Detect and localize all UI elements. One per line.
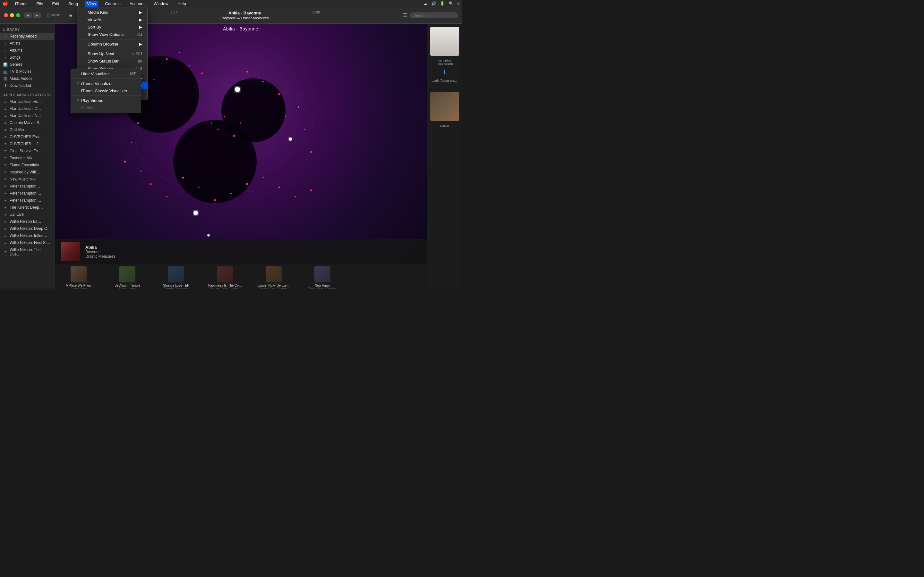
genres-icon: 📊: [3, 62, 8, 67]
menu-item-itunes-visualizer[interactable]: ✓ iTunes Visualizer: [71, 80, 141, 87]
rewind-button[interactable]: ⏮: [68, 13, 73, 18]
back-button[interactable]: ◀: [24, 13, 32, 18]
menu-window[interactable]: Window: [152, 1, 170, 7]
menu-item-play-videos[interactable]: ✓ Play Videos: [71, 97, 141, 104]
songs-label: Songs: [10, 55, 21, 60]
svg-point-17: [201, 73, 203, 74]
menu-item-media-kind[interactable]: Media Kind ▶: [78, 9, 147, 16]
hamburger-icon[interactable]: ≡: [457, 1, 459, 6]
album-card-5[interactable]: Louder Now [Deluxe… Taking Back Sunday: [250, 264, 298, 288]
sidebar-item-peter-frampton-3[interactable]: ≡Peter Frampton:…: [0, 197, 54, 204]
menu-view[interactable]: View: [85, 1, 98, 7]
sidebar-item-flume[interactable]: ≡Flume Essentials: [0, 161, 54, 169]
sidebar-item-willie-nelson-deep[interactable]: ≡Willie Nelson: Deep C…: [0, 225, 54, 232]
menu-item-sort-by[interactable]: Sort By ▶: [78, 23, 147, 31]
search-input[interactable]: [410, 13, 458, 18]
album-info-4: Happiness Is: The Co… Taking Back Sunday: [208, 284, 242, 288]
artists-label: Artists: [10, 41, 20, 45]
menu-song[interactable]: Song: [66, 1, 80, 7]
menu-item-itunes-classic-visualizer[interactable]: iTunes Classic Visualizer: [71, 87, 141, 95]
close-button[interactable]: [4, 13, 8, 17]
sidebar-item-alan-jackson-d[interactable]: ≡Alan Jackson: D…: [0, 105, 54, 112]
sidebar: Library ♪ Recently Added ♪ Artists ♪ Alb…: [0, 24, 55, 288]
menu-edit[interactable]: Edit: [50, 1, 61, 7]
menu-item-options[interactable]: Options…: [71, 104, 141, 111]
tv-movies-icon: 📺: [3, 69, 8, 74]
sidebar-item-willie-nelson-infl[interactable]: ≡Willie Nelson: Influe…: [0, 232, 54, 239]
itunes-visualizer-label: iTunes Visualizer: [81, 81, 113, 86]
library-label: 🎵 Music: [45, 13, 62, 17]
menu-help[interactable]: Help: [176, 1, 188, 7]
album-card-1[interactable]: A Place We Knew Dean Lewis: [55, 264, 103, 288]
sidebar-item-favorites-mix[interactable]: ≡Favorites Mix: [0, 155, 54, 161]
list-view-icon[interactable]: ☰: [403, 12, 407, 18]
playlist-icon-9: ≡: [3, 156, 8, 160]
svg-point-36: [230, 193, 232, 194]
sidebar-item-u2-live[interactable]: ≡U2: Live: [0, 211, 54, 218]
playlists-section-title: Apple Music Playlists: [0, 89, 54, 98]
visualizer-submenu[interactable]: Hide Visualizer ⌘T ✓ iTunes Visualizer i…: [71, 69, 141, 113]
sidebar-item-inspired[interactable]: ≡Inspired by Willi…: [0, 169, 54, 176]
album-info-2: Be Alright - Single Dean Lewis: [115, 284, 140, 288]
download-icon-right[interactable]: ⬇: [442, 69, 447, 76]
sidebar-item-songs[interactable]: ♪ Songs: [0, 54, 54, 61]
sidebar-item-downloaded[interactable]: ⬇ Downloaded: [0, 82, 54, 89]
sidebar-item-artists[interactable]: ♪ Artists: [0, 40, 54, 47]
sidebar-item-chvrches-ess[interactable]: ≡CHVRCHES Ess…: [0, 133, 54, 140]
apple-menu[interactable]: 🍎: [3, 1, 8, 6]
svg-point-40: [294, 196, 296, 197]
right-panel-label-2: Sunday: [439, 124, 449, 127]
svg-point-24: [298, 106, 299, 108]
sidebar-item-alan-jackson-n[interactable]: ≡Alan Jackson: N…: [0, 112, 54, 119]
downloaded-label: Downloaded: [10, 83, 31, 88]
time-elapsed: 1:37: [171, 11, 177, 15]
playlist-icon-16: ≡: [3, 205, 8, 210]
sidebar-item-willie-nelson-next[interactable]: ≡Willie Nelson: Next St…: [0, 239, 54, 246]
menu-item-column-browser[interactable]: Column Browser ▶: [78, 40, 147, 48]
sidebar-item-alan-jackson-es[interactable]: ≡Alan Jackson Es…: [0, 98, 54, 105]
sidebar-item-music-videos[interactable]: 🎬 Music Videos: [0, 75, 54, 82]
menu-itunes[interactable]: iTunes: [13, 1, 29, 7]
albums-label: Albums: [10, 48, 23, 53]
menu-item-show-up-next[interactable]: Show Up Next ⌥⌘U: [78, 50, 147, 57]
sidebar-item-genres[interactable]: 📊 Genres: [0, 61, 54, 68]
np-song: Abilia: [86, 245, 115, 250]
sidebar-item-peter-frampton-1[interactable]: ≡Peter Frampton…: [0, 183, 54, 190]
menu-item-view-as[interactable]: View As ▶: [78, 16, 147, 23]
playlist-icon-17: ≡: [3, 212, 8, 217]
album-card-2[interactable]: Be Alright - Single Dean Lewis: [103, 264, 152, 288]
menu-controls[interactable]: Controls: [103, 1, 122, 7]
sidebar-item-captain-marvel[interactable]: ≡Captain Marvel S…: [0, 119, 54, 126]
sidebar-item-willie-nelson-es[interactable]: ≡Willie Nelson Es…: [0, 218, 54, 225]
sidebar-item-tv-movies[interactable]: 📺 TV & Movies: [0, 68, 54, 75]
sidebar-item-new-music-mix[interactable]: ≡New Music Mix: [0, 176, 54, 183]
sidebar-item-peter-frampton-2[interactable]: ≡Peter Frampton:…: [0, 190, 54, 197]
menu-item-show-status-bar[interactable]: Show Status Bar ⌘/: [78, 57, 147, 65]
toolbar: ◀ ▶ 🎵 Music ⏮ ⏸ ⏭ 1:37 Abilia - Bayonne …: [0, 7, 462, 24]
menu-account[interactable]: Account: [128, 1, 147, 7]
album-card-3[interactable]: Strange Love - EP Simple Creatures: [152, 264, 200, 288]
svg-point-34: [198, 187, 200, 188]
playlist-icon-10: ≡: [3, 163, 8, 167]
np-details: Abilia Bayonne Drastic Measures: [86, 245, 115, 259]
sidebar-item-circa-survive[interactable]: ≡Circa Survive Es…: [0, 147, 54, 155]
sidebar-item-albums[interactable]: ♪ Albums: [0, 47, 54, 54]
svg-point-46: [240, 122, 241, 124]
sidebar-item-willie-nelson-due[interactable]: ≡Willie Nelson: The Due…: [0, 246, 54, 258]
sidebar-item-the-killers[interactable]: ≡The Killers: Deep…: [0, 204, 54, 211]
search-icon[interactable]: 🔍: [449, 1, 453, 6]
forward-button[interactable]: ▶: [33, 13, 41, 18]
sidebar-item-chvrches-infl[interactable]: ≡CHVRCHES: Infl…: [0, 140, 54, 147]
menu-item-show-view-options[interactable]: Show View Options ⌘J: [78, 31, 147, 38]
playlist-icon-22: ≡: [3, 250, 8, 254]
minimize-button[interactable]: [10, 13, 14, 17]
media-kind-label: Media Kind: [87, 10, 108, 15]
album-card-4[interactable]: Happiness Is: The Co… Taking Back Sunday: [201, 264, 249, 288]
column-browser-arrow: ▶: [139, 42, 142, 47]
album-card-6[interactable]: New Again Taking Back Sunday: [298, 264, 347, 288]
menu-item-hide-visualizer[interactable]: Hide Visualizer ⌘T: [71, 70, 141, 77]
maximize-button[interactable]: [16, 13, 20, 17]
sidebar-item-recently-added[interactable]: ♪ Recently Added: [0, 33, 54, 40]
menu-file[interactable]: File: [35, 1, 45, 7]
sidebar-item-chill-mix[interactable]: ≡Chill Mix: [0, 126, 54, 133]
